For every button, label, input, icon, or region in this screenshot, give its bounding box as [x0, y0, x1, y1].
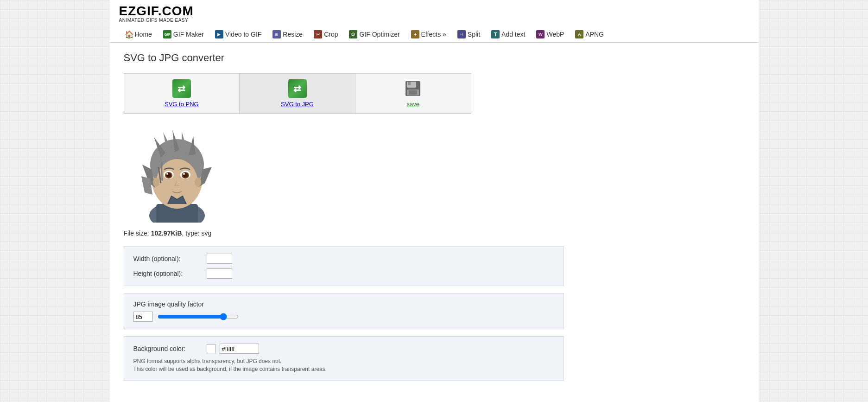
quality-section: JPG image quality factor 85 [124, 293, 564, 329]
logo-title: EZGIF.COM [119, 5, 749, 18]
nav-home-label: Home [135, 31, 152, 38]
home-icon: 🏠 [125, 30, 133, 38]
quality-slider[interactable] [158, 313, 239, 320]
tab-svg-to-jpg[interactable]: ⇄ SVG to JPG [240, 74, 355, 113]
gif-maker-icon: GIF [163, 30, 171, 38]
svg-point-27 [183, 173, 185, 175]
svg-point-23 [166, 173, 168, 175]
bgcolor-note1: PNG format supports alpha transparency, … [133, 357, 554, 365]
page-title: SVG to JPG converter [124, 52, 745, 64]
nav-effects-label: Effects » [421, 31, 446, 38]
tab-save[interactable]: save [355, 74, 471, 113]
image-preview [124, 123, 745, 223]
tab-svg-to-png[interactable]: ⇄ SVG to PNG [124, 74, 240, 113]
optimizer-icon: ⚙ [349, 30, 357, 38]
svg-to-png-icon: ⇄ [172, 79, 191, 98]
preview-container [124, 123, 230, 223]
quality-slider-container [158, 312, 239, 322]
nav-video-label: Video to GIF [225, 31, 261, 38]
nav-apng[interactable]: A APNG [570, 26, 609, 42]
add-text-icon: T [491, 30, 500, 38]
file-info: File size: 102.97KiB, type: svg [124, 230, 745, 237]
effects-icon: ✦ [411, 30, 419, 38]
crop-icon: ✂ [314, 30, 322, 38]
nav-webp[interactable]: W WebP [531, 26, 570, 42]
resize-icon: ⊞ [272, 30, 281, 38]
header: EZGIF.COM ANIMATED GIFS MADE EASY 🏠 Home… [110, 0, 759, 43]
width-row: Width (optional): [133, 254, 554, 264]
nav-crop-label: Crop [324, 31, 338, 38]
nav-home[interactable]: 🏠 Home [119, 26, 158, 42]
file-size-label: File size: [124, 230, 151, 237]
background-color-section: Background color: #ffffff PNG format sup… [124, 336, 564, 381]
svg-point-29 [195, 178, 201, 187]
color-swatch [207, 344, 216, 353]
tab-svg-to-png-label: SVG to PNG [165, 101, 199, 108]
height-row: Height (optional): [133, 268, 554, 279]
logo-subtitle: ANIMATED GIFS MADE EASY [119, 18, 749, 23]
save-disk-icon [404, 79, 422, 98]
nav-add-text-label: Add text [501, 31, 525, 38]
apng-icon: A [575, 30, 583, 38]
main-content: SVG to JPG converter ⇄ SVG to PNG ⇄ SVG … [110, 43, 759, 402]
video-icon: ▶ [215, 30, 223, 38]
nav-resize-label: Resize [283, 31, 303, 38]
nav-split[interactable]: ⊣ Split [452, 26, 486, 42]
bgcolor-label: Background color: [133, 345, 203, 352]
main-nav: 🏠 Home GIF GIF Maker ▶ Video to GIF ⊞ Re… [119, 26, 749, 42]
bgcolor-row: Background color: #ffffff [133, 344, 554, 354]
svg-rect-4 [409, 90, 417, 95]
split-icon: ⊣ [457, 30, 466, 38]
webp-icon: W [536, 30, 545, 38]
preview-image [124, 123, 230, 223]
nav-optimizer-label: GIF Optimizer [359, 31, 399, 38]
quality-input[interactable]: 85 [133, 312, 153, 322]
nav-video-to-gif[interactable]: ▶ Video to GIF [209, 26, 267, 42]
logo-area: EZGIF.COM ANIMATED GIFS MADE EASY [119, 5, 749, 23]
svg-point-28 [153, 178, 159, 187]
file-size-value: 102.97KiB [151, 230, 182, 237]
nav-effects[interactable]: ✦ Effects » [405, 26, 452, 42]
quality-row: 85 [133, 312, 554, 322]
tab-save-label: save [406, 101, 419, 108]
nav-crop[interactable]: ✂ Crop [308, 26, 343, 42]
nav-gif-maker-label: GIF Maker [173, 31, 204, 38]
nav-gif-optimizer[interactable]: ⚙ GIF Optimizer [343, 26, 405, 42]
nav-webp-label: WebP [546, 31, 564, 38]
svg-to-jpg-icon: ⇄ [288, 79, 307, 98]
width-label: Width (optional): [133, 255, 203, 262]
dimensions-section: Width (optional): Height (optional): [124, 246, 564, 286]
nav-add-text[interactable]: T Add text [486, 26, 531, 42]
tool-tabs: ⇄ SVG to PNG ⇄ SVG to JPG save [124, 73, 471, 114]
file-type-label: , type: svg [182, 230, 212, 237]
nav-split-label: Split [468, 31, 480, 38]
height-input[interactable] [207, 268, 232, 279]
background-color-input[interactable]: #ffffff [220, 344, 259, 354]
nav-gif-maker[interactable]: GIF GIF Maker [158, 26, 209, 42]
width-input[interactable] [207, 254, 232, 264]
quality-label: JPG image quality factor [133, 300, 554, 308]
height-label: Height (optional): [133, 270, 203, 277]
nav-apng-label: APNG [585, 31, 604, 38]
nav-resize[interactable]: ⊞ Resize [267, 26, 308, 42]
bgcolor-note2: This color will be used as background, i… [133, 365, 554, 373]
svg-rect-2 [408, 82, 411, 85]
tab-svg-to-jpg-label: SVG to JPG [281, 101, 314, 108]
